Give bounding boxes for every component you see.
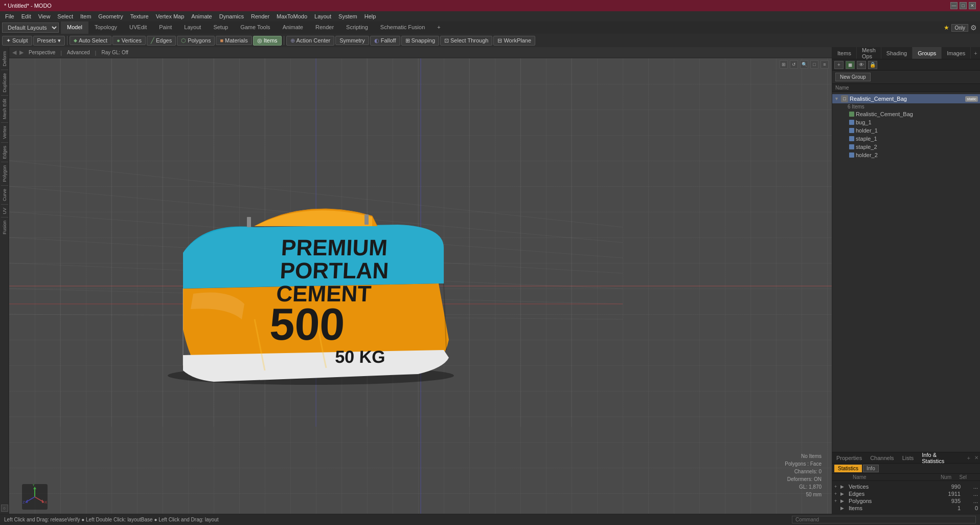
rp-tab-mesh-ops[interactable]: Mesh Ops xyxy=(857,47,881,59)
pt-tab-plus[interactable]: + xyxy=(965,455,973,461)
tab-plus[interactable]: + xyxy=(431,21,446,34)
viewport-more-icon[interactable]: ≡ xyxy=(821,60,829,69)
presets-button[interactable]: Presets ▾ xyxy=(33,36,65,46)
menu-system[interactable]: System xyxy=(335,12,360,20)
left-tool-edges[interactable]: Edges xyxy=(1,144,8,161)
menu-layout[interactable]: Layout xyxy=(311,12,334,20)
left-tool-deform[interactable]: Deform xyxy=(1,49,8,69)
stats-expand-items[interactable]: ▶ xyxy=(840,506,847,511)
stats-plus-vertices[interactable]: + xyxy=(834,484,840,489)
tree-add-btn[interactable]: + xyxy=(834,61,844,69)
viewport-refresh-icon[interactable]: ↺ xyxy=(790,60,798,69)
menu-view[interactable]: View xyxy=(35,12,54,20)
stats-row-vertices[interactable]: + ▶ Vertices 990 ... xyxy=(832,483,980,490)
info-tab-btn[interactable]: Info xyxy=(863,465,879,472)
viewport-display-icon[interactable]: □ xyxy=(810,60,818,69)
edges-button[interactable]: ╱ Edges xyxy=(147,36,176,46)
menu-render[interactable]: Render xyxy=(248,12,272,20)
viewport-prev-btn[interactable]: ◀ xyxy=(12,49,16,56)
window-controls[interactable]: — □ ✕ xyxy=(950,2,976,9)
tree-visibility-btn[interactable]: 👁 xyxy=(857,61,866,69)
tab-setup[interactable]: Setup xyxy=(207,21,234,34)
layout-settings-icon[interactable]: ⚙ xyxy=(970,24,977,32)
tree-item-bug1[interactable]: bug_1 xyxy=(832,118,980,126)
stats-expand-polygons[interactable]: ▶ xyxy=(840,498,847,504)
tab-schematic-fusion[interactable]: Schematic Fusion xyxy=(374,21,431,34)
rp-tab-items[interactable]: Items xyxy=(832,47,857,59)
left-tool-fusion[interactable]: Fusion xyxy=(1,218,8,236)
tab-render[interactable]: Render xyxy=(309,21,340,34)
falloff-button[interactable]: ◐ Falloff xyxy=(370,36,400,46)
minimize-button[interactable]: — xyxy=(950,2,958,9)
sculpt-button[interactable]: ✦ Sculpt xyxy=(2,36,32,46)
vertices-button[interactable]: ● Vertices xyxy=(112,36,146,45)
close-button[interactable]: ✕ xyxy=(969,2,976,9)
menu-item[interactable]: Item xyxy=(77,12,94,20)
viewport-perspective-btn[interactable]: Perspective xyxy=(27,49,57,56)
pt-close-btn[interactable]: ✕ xyxy=(973,455,980,461)
statistics-tab-btn[interactable]: Statistics xyxy=(834,465,862,472)
polygons-button[interactable]: ⬡ Polygons xyxy=(177,36,215,46)
viewport-raygl-btn[interactable]: Ray GL: Off xyxy=(99,49,130,56)
left-sidebar-bottom-btn[interactable]: ○ xyxy=(1,505,8,512)
tab-uvedit[interactable]: UVEdit xyxy=(123,21,153,34)
stats-row-items[interactable]: ▶ Items 1 0 xyxy=(832,505,980,512)
snapping-button[interactable]: ⊞ Snapping xyxy=(401,36,440,46)
left-tool-vertex[interactable]: Vertex xyxy=(1,124,8,141)
menu-dynamics[interactable]: Dynamics xyxy=(216,12,247,20)
rp-tab-images[interactable]: Images xyxy=(942,47,971,59)
tab-paint[interactable]: Paint xyxy=(153,21,178,34)
stats-row-polygons[interactable]: + ▶ Polygons 935 ... xyxy=(832,497,980,505)
stats-row-edges[interactable]: + ▶ Edges 1911 ... xyxy=(832,490,980,497)
left-tool-polygon[interactable]: Polygon xyxy=(1,163,8,184)
left-tool-mesh-edit[interactable]: Mesh Edit xyxy=(1,97,8,121)
action-center-button[interactable]: ⊕ Action Center xyxy=(286,36,335,46)
tree-item-staple2[interactable]: staple_2 xyxy=(832,143,980,151)
stats-plus-edges[interactable]: + xyxy=(834,491,840,496)
stats-expand-vertices[interactable]: ▶ xyxy=(840,484,847,489)
pt-tab-lists[interactable]: Lists xyxy=(898,452,918,463)
menu-edit[interactable]: Edit xyxy=(18,12,34,20)
symmetry-button[interactable]: Symmetry xyxy=(335,36,369,45)
menu-geometry[interactable]: Geometry xyxy=(95,12,126,20)
tab-game-tools[interactable]: Game Tools xyxy=(234,21,277,34)
new-group-button[interactable]: New Group xyxy=(835,73,871,81)
tree-item-holder1[interactable]: holder_1 xyxy=(832,126,980,135)
left-tool-duplicate[interactable]: Duplicate xyxy=(1,71,8,95)
autoselect-button[interactable]: ◆ Auto Select xyxy=(70,36,111,45)
items-button[interactable]: ◎ Items xyxy=(253,36,282,46)
rp-tab-shading[interactable]: Shading xyxy=(881,47,913,59)
menu-animate[interactable]: Animate xyxy=(188,12,215,20)
tree-item-realistic-cement-bag-group[interactable]: ▼ □ Realistic_Cement_Bag static xyxy=(832,94,980,103)
tree-item-cement-bag-mesh[interactable]: Realistic_Cement_Bag xyxy=(832,110,980,118)
tree-item-holder2[interactable]: holder_2 xyxy=(832,151,980,159)
rp-tab-plus[interactable]: + xyxy=(971,50,980,56)
pt-tab-channels[interactable]: Channels xyxy=(866,452,898,463)
left-tool-curve[interactable]: Curve xyxy=(1,187,8,203)
menu-select[interactable]: Select xyxy=(54,12,76,20)
stats-expand-edges[interactable]: ▶ xyxy=(840,491,847,496)
menu-file[interactable]: File xyxy=(2,12,17,20)
menu-texture[interactable]: Texture xyxy=(127,12,152,20)
tree-mesh-btn[interactable]: ◼ xyxy=(846,61,855,69)
command-input[interactable] xyxy=(792,516,976,523)
tree-lock-btn[interactable]: 🔒 xyxy=(868,61,877,69)
tab-animate[interactable]: Animate xyxy=(277,21,309,34)
menu-vertexmap[interactable]: Vertex Map xyxy=(153,12,188,20)
default-layouts-select[interactable]: Default Layouts xyxy=(2,23,59,33)
viewport-advanced-btn[interactable]: Advanced xyxy=(65,49,92,56)
tab-topology[interactable]: Topology xyxy=(88,21,123,34)
select-through-button[interactable]: ⊡ Select Through xyxy=(440,36,492,46)
pt-tab-properties[interactable]: Properties xyxy=(832,452,866,463)
menu-maxtomodo[interactable]: MaxToModo xyxy=(274,12,310,20)
viewport-next-btn[interactable]: ▶ xyxy=(19,49,24,56)
viewport-lock-icon[interactable]: 🔍 xyxy=(800,60,808,69)
maximize-button[interactable]: □ xyxy=(960,2,967,9)
materials-button[interactable]: ■ Materials xyxy=(216,36,252,45)
workplane-button[interactable]: ⊟ WorkPlane xyxy=(493,36,535,46)
viewport-camera-icon[interactable]: ⊞ xyxy=(780,60,788,69)
stats-plus-polygons[interactable]: + xyxy=(834,498,840,504)
menu-help[interactable]: Help xyxy=(361,12,379,20)
only-button[interactable]: Only xyxy=(951,24,968,32)
tree-item-staple1[interactable]: staple_1 xyxy=(832,135,980,143)
